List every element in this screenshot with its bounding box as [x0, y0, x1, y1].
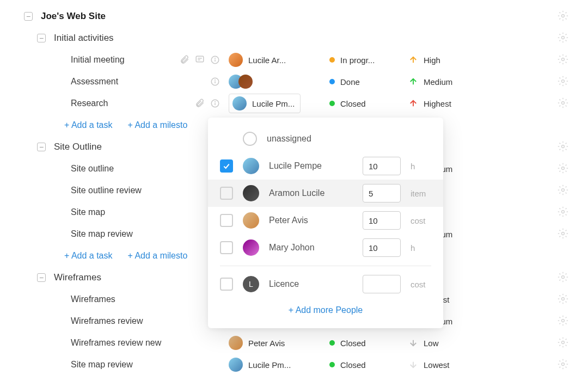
- collapse-toggle[interactable]: [37, 34, 46, 42]
- priority-text: Lowest: [424, 360, 450, 370]
- task-name: Initial meeting: [71, 55, 125, 65]
- priority-cell[interactable]: Low: [408, 338, 479, 348]
- svg-point-33: [562, 319, 565, 322]
- effort-input[interactable]: [363, 157, 401, 175]
- assignee-cell[interactable]: Lucile Ar...: [229, 53, 329, 67]
- svg-point-24: [562, 188, 565, 191]
- person-option[interactable]: Lucile Pempe h: [208, 152, 443, 180]
- checkbox[interactable]: [220, 241, 233, 254]
- add-task-link[interactable]: Add a task: [64, 120, 113, 130]
- assignee-cell[interactable]: [229, 75, 329, 89]
- svg-point-7: [215, 58, 216, 59]
- priority-text: High: [424, 56, 440, 65]
- status-text: Closed: [340, 99, 366, 108]
- effort-input[interactable]: [363, 275, 401, 293]
- add-milestone-link[interactable]: Add a milesto: [128, 251, 188, 261]
- gear-icon[interactable]: [558, 141, 588, 153]
- avatar: [229, 358, 243, 372]
- avatar: [229, 336, 243, 350]
- checkbox[interactable]: [220, 187, 233, 200]
- project-title: Joe's Web Site: [41, 11, 106, 22]
- gear-icon[interactable]: [558, 76, 588, 88]
- gear-icon[interactable]: [558, 337, 588, 349]
- task-row[interactable]: Initial meeting Lucile Ar... In progr...…: [0, 49, 588, 71]
- gear-icon[interactable]: [558, 10, 588, 23]
- add-milestone-link[interactable]: Add a milesto: [128, 120, 188, 130]
- unassigned-option[interactable]: unassigned: [208, 125, 443, 152]
- info-icon[interactable]: [210, 77, 220, 87]
- task-name: Site map: [71, 207, 105, 217]
- arrow-down-icon: [408, 360, 418, 370]
- comment-icon[interactable]: [195, 55, 205, 65]
- avatar: [243, 212, 259, 229]
- attachment-icon[interactable]: [180, 55, 189, 65]
- effort-unit: item: [411, 189, 431, 198]
- gear-icon[interactable]: [558, 272, 588, 284]
- checkbox[interactable]: [220, 159, 233, 173]
- effort-unit: cost: [411, 280, 431, 289]
- gear-icon[interactable]: [558, 315, 588, 328]
- priority-cell[interactable]: High: [408, 55, 479, 65]
- status-cell[interactable]: In progr...: [329, 56, 408, 65]
- gear-icon[interactable]: [558, 228, 588, 241]
- gear-icon[interactable]: [558, 293, 588, 306]
- svg-point-17: [215, 102, 216, 102]
- licence-avatar: L: [243, 276, 259, 292]
- status-dot: [329, 340, 335, 346]
- gear-icon[interactable]: [558, 32, 588, 45]
- gear-icon[interactable]: [558, 54, 588, 66]
- assignee-cell[interactable]: Lucile Pm...: [229, 358, 329, 372]
- status-text: Closed: [340, 339, 366, 348]
- effort-input[interactable]: [363, 211, 401, 230]
- person-option[interactable]: Mary Johon h: [208, 234, 443, 261]
- status-cell[interactable]: Closed: [329, 339, 408, 348]
- info-icon[interactable]: [210, 99, 220, 108]
- status-cell[interactable]: Closed: [329, 360, 408, 370]
- task-row[interactable]: Site map review Lucile Pm... Closed Lowe…: [0, 354, 588, 376]
- gear-icon[interactable]: [558, 97, 588, 110]
- effort-input[interactable]: [363, 184, 401, 202]
- priority-cell[interactable]: Lowest: [408, 360, 479, 370]
- task-name: Wireframes review: [71, 316, 143, 326]
- checkbox[interactable]: [220, 278, 233, 291]
- collapse-toggle[interactable]: [37, 143, 46, 151]
- gear-icon[interactable]: [558, 206, 588, 219]
- avatar: [238, 75, 253, 89]
- effort-input[interactable]: [363, 238, 401, 257]
- svg-point-31: [562, 297, 565, 300]
- task-name: Site outline review: [71, 186, 142, 195]
- gear-icon[interactable]: [558, 359, 588, 371]
- assignee-cell[interactable]: Peter Avis: [229, 336, 329, 350]
- assignee-cell[interactable]: Lucile Pm...: [229, 94, 329, 113]
- attachment-icon[interactable]: [195, 99, 205, 108]
- task-row[interactable]: Assessment Done Medium: [0, 71, 588, 93]
- collapse-toggle[interactable]: [37, 273, 46, 282]
- person-option[interactable]: Peter Avis cost: [208, 207, 443, 234]
- task-name: Site map review: [71, 229, 133, 239]
- add-task-link[interactable]: Add a task: [64, 251, 113, 261]
- assignee-name: Lucile Pm...: [248, 360, 291, 370]
- status-dot: [329, 101, 335, 106]
- svg-point-0: [562, 14, 565, 17]
- collapse-toggle[interactable]: [24, 12, 33, 21]
- task-row[interactable]: Research Lucile Pm... Closed Highest: [0, 93, 588, 114]
- priority-cell[interactable]: Highest: [408, 99, 479, 108]
- info-icon[interactable]: [210, 55, 220, 65]
- effort-unit: h: [411, 162, 431, 171]
- licence-option[interactable]: L Licence cost: [208, 271, 443, 298]
- person-name: Mary Johon: [269, 243, 353, 253]
- status-cell[interactable]: Closed: [329, 99, 408, 108]
- add-more-people-link[interactable]: Add more People: [208, 305, 443, 315]
- priority-cell[interactable]: Medium: [408, 77, 479, 87]
- task-row[interactable]: Wireframes review new Peter Avis Closed …: [0, 332, 588, 354]
- person-name: Peter Avis: [269, 216, 353, 225]
- person-option[interactable]: Aramon Lucile item: [208, 180, 443, 207]
- gear-icon[interactable]: [558, 163, 588, 175]
- status-cell[interactable]: Done: [329, 77, 408, 87]
- checkbox[interactable]: [220, 214, 233, 227]
- assignee-name: Lucile Ar...: [248, 56, 286, 65]
- person-name: Lucile Pempe: [269, 161, 353, 171]
- priority-text: Highest: [424, 99, 451, 108]
- assignee-name: Lucile Pm...: [252, 99, 295, 108]
- gear-icon[interactable]: [558, 185, 588, 197]
